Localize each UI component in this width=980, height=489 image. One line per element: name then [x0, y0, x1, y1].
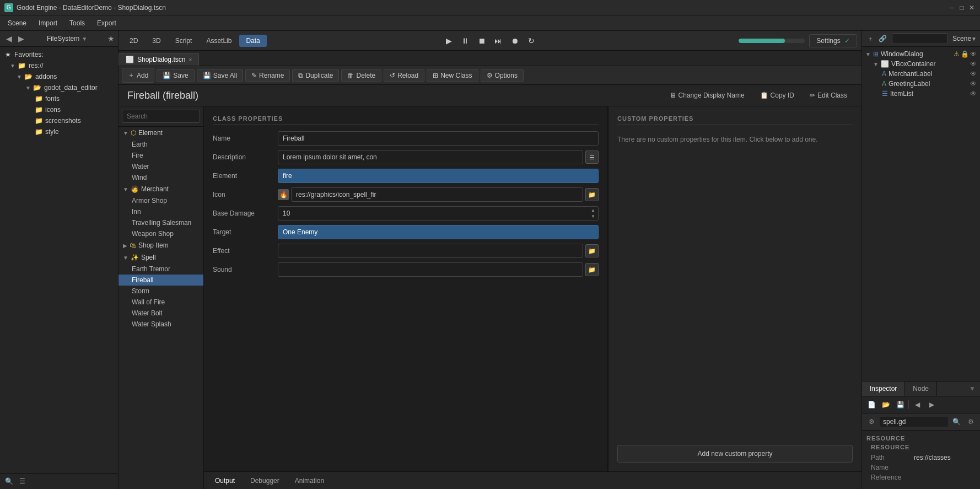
settings-button[interactable]: Settings ✓ — [809, 34, 857, 47]
delete-button[interactable]: 🗑 Delete — [341, 69, 381, 82]
menu-export[interactable]: Export — [91, 17, 122, 29]
edit-class-button[interactable]: ✏ Edit Class — [804, 89, 853, 101]
description-expand-button[interactable]: ☰ — [585, 151, 599, 164]
sound-input[interactable] — [278, 262, 583, 277]
sync-button[interactable]: ↻ — [524, 33, 539, 49]
search-button[interactable]: 🔍 — [3, 476, 14, 487]
change-display-name-button[interactable]: 🖥 Change Display Name — [664, 89, 750, 101]
maximize-button[interactable]: □ — [958, 4, 966, 12]
filesystem-dropdown[interactable]: FileSystem ▼ — [47, 35, 87, 42]
scene-dropdown-icon[interactable]: ▼ — [971, 36, 977, 42]
insp-gear-icon[interactable]: ⚙ — [865, 416, 877, 428]
list-item-water-bolt[interactable]: Water Bolt — [119, 308, 203, 319]
mode-data-button[interactable]: Data — [239, 35, 266, 47]
step-button[interactable]: ⏭ — [491, 33, 506, 49]
name-input[interactable] — [278, 131, 599, 146]
nav-back-button[interactable]: ◀ — [3, 33, 14, 44]
copy-id-button[interactable]: 📋 Copy ID — [755, 89, 800, 101]
category-shop-item[interactable]: ▶ 🛍 Shop Item — [119, 239, 203, 251]
scene-link-button[interactable]: 🔗 — [877, 34, 887, 44]
list-item-weapon-shop[interactable]: Weapon Shop — [119, 228, 203, 239]
tab-debugger[interactable]: Debugger — [244, 475, 286, 487]
menu-scene[interactable]: Scene — [2, 17, 32, 29]
mode-3d-button[interactable]: 3D — [146, 35, 167, 47]
stop-button[interactable]: ⏹ — [474, 33, 489, 49]
tab-animation[interactable]: Animation — [288, 475, 331, 487]
icon-input[interactable] — [291, 187, 583, 202]
description-input[interactable] — [278, 150, 583, 164]
options-button[interactable]: ⚙ Options — [481, 69, 524, 82]
mode-2d-button[interactable]: 2D — [123, 35, 144, 47]
sound-browse-button[interactable]: 📁 — [585, 263, 599, 276]
tab-node[interactable]: Node — [905, 381, 937, 396]
add-custom-property-button[interactable]: Add new custom property — [617, 445, 853, 463]
menu-tools[interactable]: Tools — [64, 17, 90, 29]
list-item-fire[interactable]: Fire — [119, 150, 203, 161]
target-dropdown[interactable]: One Enemy — [278, 225, 599, 239]
tab-inspector[interactable]: Inspector — [862, 381, 905, 396]
titlebar-controls[interactable]: ─ □ ✕ — [948, 4, 976, 12]
icon-browse-button[interactable]: 📁 — [585, 188, 599, 201]
list-item-fireball[interactable]: Fireball — [119, 275, 203, 286]
close-button[interactable]: ✕ — [968, 4, 976, 12]
scene-add-button[interactable]: ＋ — [865, 34, 875, 44]
insp-forward-button[interactable]: ▶ — [925, 399, 938, 411]
list-item-water-splash[interactable]: Water Splash — [119, 319, 203, 330]
nav-forward-button[interactable]: ▶ — [15, 33, 26, 44]
tree-item-screenshots[interactable]: 📁 screenshots — [0, 115, 118, 126]
scene-node-greetinglabel[interactable]: A GreetingLabel 👁 — [862, 79, 980, 89]
tab-output[interactable]: Output — [208, 475, 241, 487]
category-spell[interactable]: ▼ ✨ Spell — [119, 251, 203, 264]
scene-node-vboxcontainer[interactable]: ▼ ⬜ VBoxContainer 👁 — [862, 59, 980, 69]
tree-item-addons[interactable]: ▼ 📂 addons — [0, 71, 118, 82]
scene-node-windowdialog[interactable]: ▼ ⊞ WindowDialog ⚠ 🔒 👁 — [862, 49, 980, 59]
category-element[interactable]: ▼ ⬡ Element — [119, 127, 203, 139]
duplicate-button[interactable]: ⧉ Duplicate — [292, 69, 339, 82]
insp-search-button[interactable]: 🔍 — [950, 416, 962, 428]
base-damage-input[interactable] — [278, 206, 599, 221]
insp-save-button[interactable]: 💾 — [894, 399, 906, 411]
list-item-inn[interactable]: Inn — [119, 206, 203, 217]
effect-input[interactable] — [278, 244, 583, 258]
tab-shopdialog[interactable]: ⬜ ShopDialog.tscn × — [119, 53, 199, 66]
reload-button[interactable]: ↺ Reload — [384, 69, 424, 82]
insp-back-button[interactable]: ◀ — [911, 399, 923, 411]
list-item-travelling-salesman[interactable]: Travelling Salesman — [119, 217, 203, 228]
tree-item-style[interactable]: 📁 style — [0, 126, 118, 137]
effect-browse-button[interactable]: 📁 — [585, 244, 599, 257]
list-item-storm[interactable]: Storm — [119, 286, 203, 297]
scene-search-input[interactable] — [892, 33, 948, 44]
menu-import[interactable]: Import — [33, 17, 63, 29]
inspector-more-button[interactable]: ▼ — [965, 381, 980, 396]
mode-assetlib-button[interactable]: AssetLib — [200, 35, 238, 47]
list-view-button[interactable]: ☰ — [17, 476, 28, 487]
mode-script-button[interactable]: Script — [169, 35, 199, 47]
scene-node-merchantlabel[interactable]: A MerchantLabel 👁 — [862, 69, 980, 79]
list-item-wall-of-fire[interactable]: Wall of Fire — [119, 297, 203, 308]
list-item-water[interactable]: Water — [119, 161, 203, 172]
record-button[interactable]: ⏺ — [507, 33, 523, 49]
decrement-button[interactable]: ▼ — [589, 213, 597, 219]
increment-button[interactable]: ▲ — [589, 207, 597, 213]
list-item-earth[interactable]: Earth — [119, 139, 203, 150]
tree-item-godot-data-editor[interactable]: ▼ 📂 godot_data_editor — [0, 82, 118, 93]
minimize-button[interactable]: ─ — [948, 4, 956, 12]
tab-close-button[interactable]: × — [189, 57, 192, 63]
search-input[interactable] — [122, 110, 200, 123]
rename-button[interactable]: ✎ Rename — [245, 69, 290, 82]
new-class-button[interactable]: ⊞ New Class — [427, 69, 478, 82]
insp-settings-button[interactable]: ⚙ — [965, 416, 977, 428]
insp-folder-button[interactable]: 📂 — [880, 399, 892, 411]
tree-item-fonts[interactable]: 📁 fonts — [0, 93, 118, 104]
save-button[interactable]: 💾 Save — [157, 69, 194, 82]
insp-file-button[interactable]: 📄 — [865, 399, 877, 411]
element-dropdown[interactable]: fire — [278, 169, 599, 183]
play-button[interactable]: ▶ — [441, 33, 456, 49]
list-item-earth-tremor[interactable]: Earth Tremor — [119, 264, 203, 275]
add-button[interactable]: ＋ Add — [122, 68, 154, 83]
tree-item-res[interactable]: ▼ 📁 res:// — [0, 60, 118, 71]
tree-item-icons[interactable]: 📁 icons — [0, 104, 118, 115]
category-merchant[interactable]: ▼ 🧑 Merchant — [119, 183, 203, 195]
favorites-star-icon[interactable]: ★ — [107, 34, 115, 43]
list-item-wind[interactable]: Wind — [119, 172, 203, 183]
